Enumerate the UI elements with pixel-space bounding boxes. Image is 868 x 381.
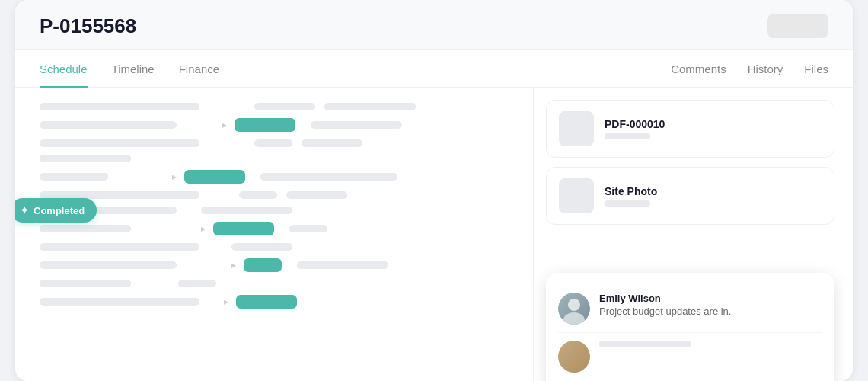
skel-bar xyxy=(260,173,397,181)
pin-icon: ▸ xyxy=(201,223,209,234)
card-header: P-0155568 xyxy=(15,0,853,50)
tab-files[interactable]: Files xyxy=(804,50,828,88)
comment-author: Emily Wilson xyxy=(599,293,822,304)
right-panel: PDF-000010 Site Photo Emily xyxy=(533,88,853,381)
skel-row-9 xyxy=(40,243,518,251)
skel-bar xyxy=(289,225,327,232)
avatar-image xyxy=(558,293,590,325)
skel-bar xyxy=(178,280,216,287)
main-card: P-0155568 Schedule Timeline Finance Comm… xyxy=(15,0,853,381)
tab-timeline[interactable]: Timeline xyxy=(112,50,155,88)
skel-bar xyxy=(254,103,315,110)
skel-bar xyxy=(40,261,177,269)
skel-row-8: ▸ xyxy=(40,222,518,235)
skel-bar xyxy=(40,121,177,129)
skel-bar xyxy=(40,173,108,181)
skel-bar xyxy=(40,298,199,306)
skel-row-4 xyxy=(40,155,518,162)
teal-bar xyxy=(244,258,282,272)
skel-row-12: ▸ xyxy=(40,295,518,309)
file-meta xyxy=(605,133,650,139)
tab-schedule[interactable]: Schedule xyxy=(40,50,88,88)
skel-bar xyxy=(231,243,292,251)
skel-bar xyxy=(239,191,277,199)
skel-bar xyxy=(40,103,199,110)
tabs-left: Schedule Timeline Finance xyxy=(40,50,671,87)
skel-bar xyxy=(254,139,292,147)
file-card-1[interactable]: PDF-000010 xyxy=(546,100,834,158)
skel-bar xyxy=(40,225,131,232)
teal-bar xyxy=(235,118,295,132)
file-thumbnail xyxy=(559,178,594,213)
skel-bar xyxy=(40,243,199,251)
skel-row-3 xyxy=(40,139,518,147)
project-id: P-0155568 xyxy=(40,14,136,38)
pin-icon: ▸ xyxy=(224,296,231,307)
skel-bar xyxy=(311,121,402,129)
file-thumbnail xyxy=(559,111,594,146)
avatar xyxy=(558,341,590,373)
comment-card: Emily Wilson Project budget updates are … xyxy=(546,273,834,381)
skel-bar xyxy=(302,139,362,147)
skel-row-10: ▸ xyxy=(40,258,518,272)
skel-bar xyxy=(286,191,347,199)
skel-bar xyxy=(324,103,416,110)
skel-bar xyxy=(40,280,131,287)
comment-item-2 xyxy=(558,333,822,380)
skel-row-1 xyxy=(40,103,518,110)
completed-badge: ✦ Completed xyxy=(15,198,97,223)
skel-row-5: ▸ xyxy=(40,170,518,184)
skel-row-6 xyxy=(40,191,518,199)
skel-row-11 xyxy=(40,280,518,287)
avatar xyxy=(558,293,590,325)
comment-text: Project budget updates are in. xyxy=(599,306,822,317)
comment-body xyxy=(599,341,822,347)
teal-bar xyxy=(213,222,274,235)
completed-label: Completed xyxy=(34,205,85,216)
pin-icon: ▸ xyxy=(172,171,180,182)
header-action-button[interactable] xyxy=(767,14,828,38)
completed-icon: ✦ xyxy=(20,204,29,216)
file-card-2[interactable]: Site Photo xyxy=(546,167,834,225)
tab-comments[interactable]: Comments xyxy=(671,50,726,88)
skel-bar xyxy=(297,261,388,269)
skel-row-2: ▸ xyxy=(40,118,518,132)
file-meta xyxy=(605,200,650,207)
pin-icon: ▸ xyxy=(222,120,230,130)
skel-bar xyxy=(201,207,292,214)
tabs-right: Comments History Files xyxy=(671,50,828,87)
skel-bar xyxy=(40,155,131,162)
teal-bar xyxy=(184,170,245,184)
comment-body: Emily Wilson Project budget updates are … xyxy=(599,293,822,317)
comment-author-placeholder xyxy=(599,341,691,347)
file-name: Site Photo xyxy=(605,185,822,197)
skel-row-7 xyxy=(40,207,518,214)
tab-history[interactable]: History xyxy=(748,50,783,88)
file-info: PDF-000010 xyxy=(605,118,822,139)
teal-bar xyxy=(236,295,297,309)
tabs-row: Schedule Timeline Finance Comments Histo… xyxy=(15,50,853,88)
file-info: Site Photo xyxy=(605,185,822,207)
file-name: PDF-000010 xyxy=(605,118,822,130)
comment-item-1: Emily Wilson Project budget updates are … xyxy=(558,285,822,333)
skel-bar xyxy=(40,139,199,147)
pin-icon: ▸ xyxy=(231,260,239,271)
tab-finance[interactable]: Finance xyxy=(179,50,219,88)
content-area: ✦ Completed ▸ xyxy=(15,88,853,381)
schedule-panel: ✦ Completed ▸ xyxy=(15,88,533,381)
